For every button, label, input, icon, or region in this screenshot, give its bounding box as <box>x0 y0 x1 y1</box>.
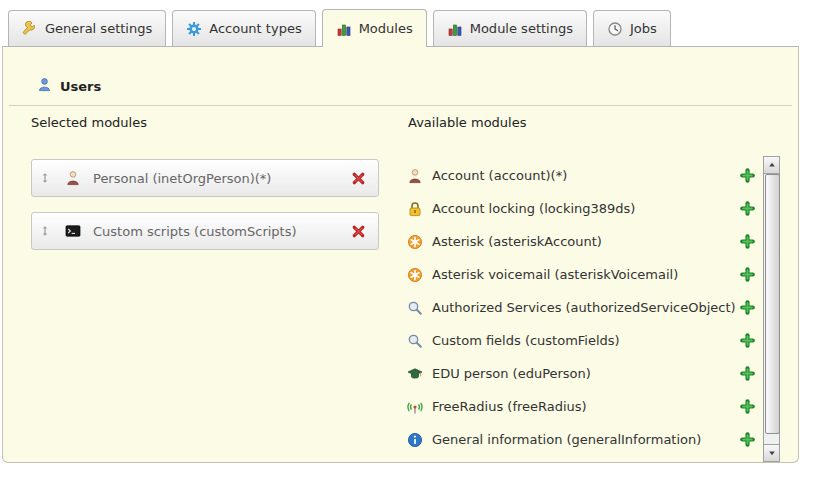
tab-label: Account types <box>209 21 301 36</box>
available-module-row: General information (generalInformation) <box>401 423 757 456</box>
graduation-cap-icon <box>407 366 423 382</box>
available-module-label: General information (generalInformation) <box>432 432 701 447</box>
add-module-button[interactable] <box>740 300 755 315</box>
available-modules-list: Account (account)(*) Account locking (lo… <box>401 159 757 456</box>
tab-jobs[interactable]: Jobs <box>593 10 671 46</box>
add-module-button[interactable] <box>740 366 755 381</box>
asterisk-icon <box>407 234 423 250</box>
scroll-down-button[interactable] <box>764 444 779 461</box>
magnifier-icon <box>407 333 423 349</box>
tab-label: Modules <box>359 21 413 36</box>
module-settings-icon <box>447 21 463 37</box>
gear-icon <box>186 21 202 37</box>
clock-icon <box>607 21 623 37</box>
add-module-button[interactable] <box>740 234 755 249</box>
available-module-label: Authorized Services (authorizedServiceOb… <box>432 300 736 315</box>
available-module-label: FreeRadius (freeRadius) <box>432 399 587 414</box>
person-icon <box>407 168 423 184</box>
asterisk-icon <box>407 267 423 283</box>
available-module-row: Custom fields (customFields) <box>401 324 757 357</box>
drag-handle-icon[interactable] <box>39 171 51 185</box>
users-icon <box>37 77 52 95</box>
available-module-label: EDU person (eduPerson) <box>432 366 591 381</box>
antenna-icon <box>407 399 423 415</box>
tab-label: Module settings <box>470 21 573 36</box>
remove-module-button[interactable] <box>351 171 366 186</box>
modules-panel: Users Selected modules Available modules… <box>2 46 799 463</box>
tab-bar: General settings Account types Modules M… <box>8 8 671 46</box>
lock-icon <box>407 201 423 217</box>
person-icon <box>65 170 81 186</box>
available-module-label: Asterisk voicemail (asteriskVoicemail) <box>432 267 678 282</box>
selected-module-label: Custom scripts (customScripts) <box>93 224 297 239</box>
available-modules-scrollbar[interactable] <box>763 156 780 462</box>
drag-handle-icon[interactable] <box>39 224 51 238</box>
scroll-up-button[interactable] <box>764 157 779 174</box>
info-icon <box>407 432 423 448</box>
available-module-row: Authorized Services (authorizedServiceOb… <box>401 291 757 324</box>
terminal-icon <box>65 223 81 239</box>
remove-module-button[interactable] <box>351 224 366 239</box>
add-module-button[interactable] <box>740 333 755 348</box>
modules-icon <box>336 21 352 37</box>
available-module-label: Account (account)(*) <box>432 168 567 183</box>
wrench-icon <box>22 21 38 37</box>
tab-modules[interactable]: Modules <box>322 9 427 47</box>
lam-configuration-page: General settings Account types Modules M… <box>0 0 814 478</box>
section-divider <box>9 105 792 106</box>
tab-general-settings[interactable]: General settings <box>8 10 166 46</box>
selected-module-row[interactable]: Personal (inetOrgPerson)(*) <box>31 159 379 197</box>
tab-module-settings[interactable]: Module settings <box>433 10 587 46</box>
section-header: Users <box>37 77 101 95</box>
available-module-label: Account locking (locking389ds) <box>432 201 635 216</box>
available-module-row: FreeRadius (freeRadius) <box>401 390 757 423</box>
page-title: Users <box>60 79 101 94</box>
available-module-label: Custom fields (customFields) <box>432 333 620 348</box>
available-module-row: EDU person (eduPerson) <box>401 357 757 390</box>
available-module-row: Account locking (locking389ds) <box>401 192 757 225</box>
add-module-button[interactable] <box>740 201 755 216</box>
add-module-button[interactable] <box>740 399 755 414</box>
scrollbar-thumb[interactable] <box>765 174 780 434</box>
tab-label: General settings <box>45 21 152 36</box>
selected-modules-heading: Selected modules <box>31 115 147 130</box>
tab-label: Jobs <box>630 21 657 36</box>
available-module-label: Asterisk (asteriskAccount) <box>432 234 602 249</box>
add-module-button[interactable] <box>740 267 755 282</box>
available-module-row: Asterisk voicemail (asteriskVoicemail) <box>401 258 757 291</box>
available-module-row: Asterisk (asteriskAccount) <box>401 225 757 258</box>
add-module-button[interactable] <box>740 168 755 183</box>
triangle-up-icon <box>767 160 777 170</box>
magnifier-icon <box>407 300 423 316</box>
available-module-row: Account (account)(*) <box>401 159 757 192</box>
available-modules-heading: Available modules <box>408 115 526 130</box>
selected-module-row[interactable]: Custom scripts (customScripts) <box>31 212 379 250</box>
tab-account-types[interactable]: Account types <box>172 10 315 46</box>
add-module-button[interactable] <box>740 432 755 447</box>
triangle-down-icon <box>767 448 777 458</box>
selected-module-label: Personal (inetOrgPerson)(*) <box>93 171 271 186</box>
